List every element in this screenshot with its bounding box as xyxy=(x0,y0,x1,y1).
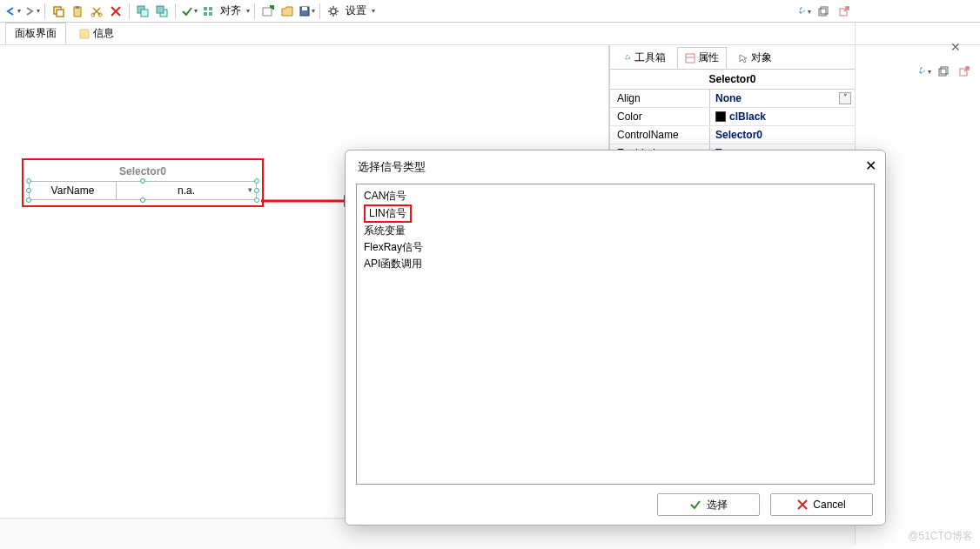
save-icon[interactable]: ▾ xyxy=(298,3,315,20)
svg-rect-24 xyxy=(686,54,695,63)
property-key: Align xyxy=(610,90,710,107)
svg-rect-13 xyxy=(209,12,212,16)
note-icon xyxy=(79,29,90,39)
send-back-icon[interactable] xyxy=(153,3,171,20)
wrench-icon[interactable]: ▾ xyxy=(794,3,811,20)
svg-rect-11 xyxy=(209,7,212,10)
list-item[interactable]: 系统变量 xyxy=(364,223,867,239)
option-list[interactable]: CAN信号LIN信号系统变量FlexRay信号API函数调用 xyxy=(356,184,875,485)
restore-window-icon[interactable] xyxy=(935,63,952,80)
tab-label: 属性 xyxy=(698,50,719,65)
watermark: @51CTO博客 xyxy=(908,529,973,544)
tab-toolbox[interactable]: 工具箱 xyxy=(614,47,674,69)
align-icon[interactable] xyxy=(199,3,217,20)
close-icon[interactable]: ✕ xyxy=(865,157,876,174)
chevron-down-icon[interactable]: ▾ xyxy=(248,185,252,194)
button-label: Cancel xyxy=(813,499,845,511)
property-row[interactable]: AlignNone˅ xyxy=(610,90,855,108)
svg-rect-21 xyxy=(80,30,89,38)
svg-point-17 xyxy=(331,9,336,14)
button-label: 选择 xyxy=(707,498,728,512)
selector-widget[interactable]: Selector0 VarName n.a.▾ xyxy=(22,158,264,207)
svg-rect-12 xyxy=(204,12,207,16)
delete-icon[interactable] xyxy=(107,3,124,20)
bring-front-icon[interactable] xyxy=(134,3,151,20)
tab-properties[interactable]: 属性 xyxy=(677,47,727,69)
property-key: Color xyxy=(610,108,710,125)
svg-rect-19 xyxy=(821,7,828,14)
svg-rect-3 xyxy=(76,6,79,9)
tab-panel-ui[interactable]: 面板界面 xyxy=(5,23,66,44)
redo-icon[interactable]: ▾ xyxy=(23,3,40,20)
varname-label: VarName xyxy=(30,182,117,199)
svg-rect-26 xyxy=(939,69,946,76)
annotation-arrow xyxy=(261,188,357,214)
selector-varname-row[interactable]: VarName n.a.▾ xyxy=(29,181,257,200)
cursor-icon xyxy=(738,53,748,64)
close-icon[interactable]: ✕ xyxy=(950,40,961,54)
wrench-icon xyxy=(621,53,632,64)
properties-icon xyxy=(685,53,695,64)
new-group-icon[interactable] xyxy=(259,3,277,20)
svg-rect-7 xyxy=(141,10,148,17)
list-item[interactable]: LIN信号 xyxy=(364,204,412,223)
tab-label: 面板界面 xyxy=(15,26,57,41)
tab-label: 工具箱 xyxy=(634,50,666,65)
settings-label[interactable]: 设置 xyxy=(346,3,366,18)
property-value[interactable]: Selector0 xyxy=(710,126,855,144)
list-item[interactable]: FlexRay信号 xyxy=(364,239,867,256)
check-icon[interactable]: ▾ xyxy=(180,3,198,20)
property-row[interactable]: ColorclBlack xyxy=(610,108,855,126)
document-tabs: 面板界面 信息 xyxy=(0,23,980,45)
varname-value[interactable]: n.a.▾ xyxy=(117,182,256,199)
dialog-title: 选择信号类型 xyxy=(358,160,426,173)
tab-label: 对象 xyxy=(751,50,772,65)
svg-rect-16 xyxy=(302,7,307,10)
tab-info[interactable]: 信息 xyxy=(70,23,124,44)
list-item[interactable]: CAN信号 xyxy=(364,188,867,204)
wrench-icon[interactable]: ▾ xyxy=(914,63,931,80)
svg-rect-27 xyxy=(941,67,948,74)
color-swatch xyxy=(715,111,726,122)
undo-icon[interactable]: ▾ xyxy=(3,3,21,20)
property-key: ControlName xyxy=(610,126,710,144)
svg-rect-9 xyxy=(157,6,164,13)
copy-icon[interactable] xyxy=(50,3,67,20)
object-name-header: Selector0 xyxy=(610,70,855,90)
open-folder-icon[interactable] xyxy=(279,3,296,20)
align-label[interactable]: 对齐 xyxy=(220,3,241,18)
popout-icon[interactable] xyxy=(956,63,973,80)
restore-window-icon[interactable] xyxy=(815,3,832,20)
paste-icon[interactable] xyxy=(69,3,86,20)
tab-label: 信息 xyxy=(93,26,114,41)
property-row[interactable]: ControlNameSelector0 xyxy=(610,126,855,144)
settings-icon[interactable] xyxy=(325,3,342,20)
select-button[interactable]: 选择 xyxy=(657,493,760,516)
main-toolbar: ▾ ▾ ▾ 对齐▾ ▾ 设置▾ ▾ xyxy=(0,0,980,23)
list-item[interactable]: API函数调用 xyxy=(364,256,867,272)
tab-objects[interactable]: 对象 xyxy=(730,47,780,69)
svg-rect-10 xyxy=(204,7,207,10)
signal-type-dialog: 选择信号类型 ✕ CAN信号LIN信号系统变量FlexRay信号API函数调用 … xyxy=(345,150,886,526)
chevron-down-icon[interactable]: ˅ xyxy=(839,92,851,104)
svg-rect-18 xyxy=(819,9,826,16)
svg-rect-1 xyxy=(57,10,64,17)
cut-icon[interactable] xyxy=(88,3,105,20)
property-value[interactable]: clBlack xyxy=(710,108,855,125)
x-icon xyxy=(797,499,808,510)
selector-title: Selector0 xyxy=(29,165,257,177)
popout-icon[interactable] xyxy=(836,3,853,20)
check-icon xyxy=(689,499,701,511)
property-value[interactable]: None˅ xyxy=(710,90,855,107)
svg-rect-14 xyxy=(263,8,272,16)
cancel-button[interactable]: Cancel xyxy=(770,493,873,516)
